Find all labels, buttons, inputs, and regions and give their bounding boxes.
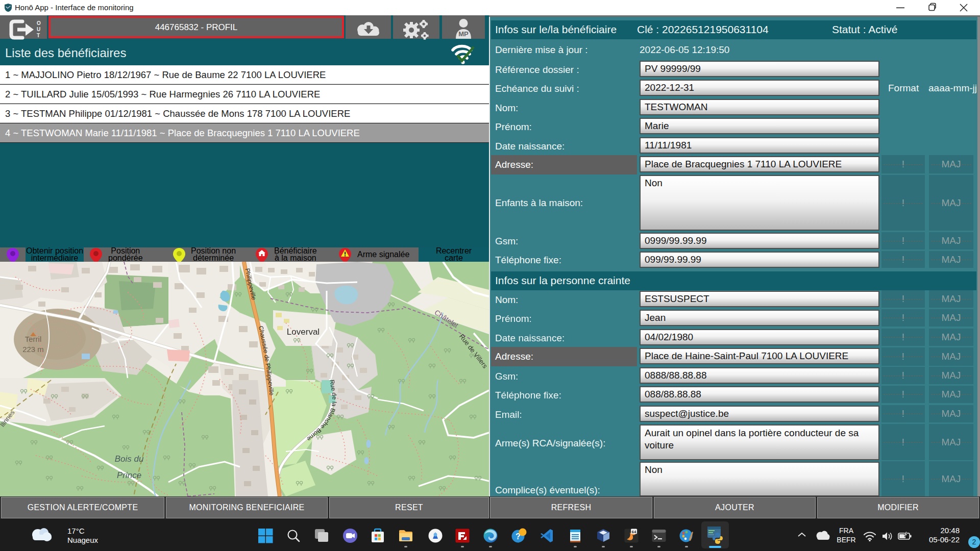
svg-text:T: T bbox=[37, 33, 40, 38]
svg-text:MP: MP bbox=[458, 30, 469, 38]
svg-text:223 m: 223 m bbox=[22, 345, 44, 354]
svg-text:O: O bbox=[37, 20, 41, 26]
svg-text:Bois du: Bois du bbox=[115, 454, 144, 464]
svg-text:Prince: Prince bbox=[117, 470, 141, 480]
svg-text:64: 64 bbox=[632, 530, 636, 534]
svg-text:Loverval: Loverval bbox=[287, 327, 320, 337]
svg-text:U: U bbox=[37, 27, 40, 32]
